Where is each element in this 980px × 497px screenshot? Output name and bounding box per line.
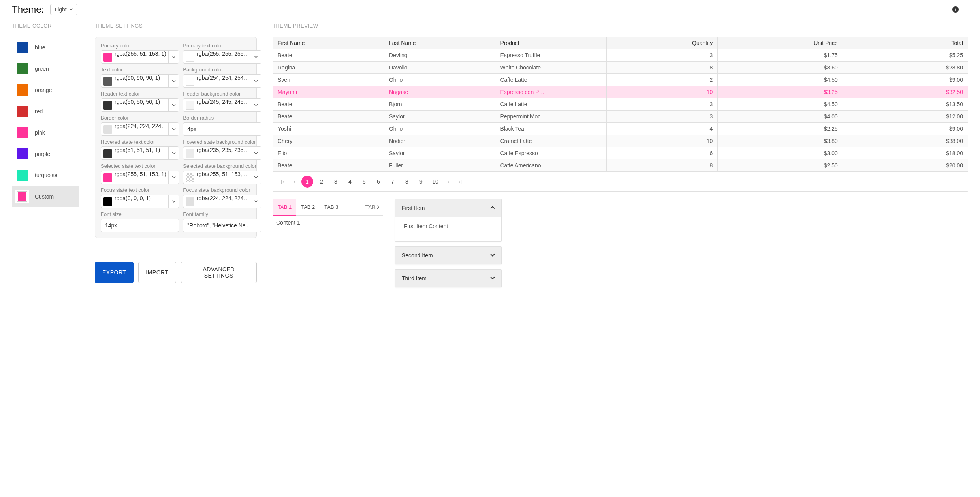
table-row[interactable]: BeateDevlingEspresso Truffle3$1.75$5.25 xyxy=(273,49,968,62)
table-cell: $1.75 xyxy=(718,49,843,62)
pager-last[interactable]: ›I xyxy=(455,178,465,185)
theme-color-item-turquoise[interactable]: turquoise xyxy=(12,165,79,186)
advanced-settings-button[interactable]: ADVANCED SETTINGS xyxy=(181,262,257,283)
table-header[interactable]: First Name xyxy=(273,37,384,49)
table-cell: 3 xyxy=(606,49,717,62)
theme-color-item-purple[interactable]: purple xyxy=(12,143,79,165)
dropdown-button[interactable] xyxy=(168,51,179,63)
pager-page[interactable]: 8 xyxy=(401,176,413,188)
info-icon[interactable]: i xyxy=(952,6,959,13)
dropdown-button[interactable] xyxy=(168,147,179,159)
theme-color-section: THEME COLOR bluegreenorangeredpinkpurple… xyxy=(12,23,79,207)
dropdown-button[interactable] xyxy=(251,51,261,63)
color-value: rgba(255, 255, 255… xyxy=(197,51,250,63)
table-row[interactable]: BeateSaylorPeppermint Moc…3$4.00$12.00 xyxy=(273,111,968,123)
pager-page[interactable]: 3 xyxy=(330,176,342,188)
color-input[interactable]: rgba(255, 51, 153, … xyxy=(183,171,261,184)
color-input[interactable]: rgba(255, 51, 153, 1) xyxy=(101,50,179,64)
color-input[interactable]: rgba(255, 255, 255… xyxy=(183,50,261,64)
dropdown-button[interactable] xyxy=(168,195,179,208)
pager-next[interactable]: › xyxy=(444,178,453,185)
table-row[interactable]: BeateFullerCaffe Americano8$2.50$20.00 xyxy=(273,159,968,172)
tab[interactable]: TAB 1 xyxy=(273,199,296,216)
color-input[interactable]: rgba(245, 245, 245… xyxy=(183,98,261,112)
theme-label: Theme: xyxy=(12,4,44,15)
dropdown-button[interactable] xyxy=(251,171,261,184)
table-header[interactable]: Last Name xyxy=(384,37,495,49)
pager-page[interactable]: 10 xyxy=(429,176,441,188)
color-input[interactable]: rgba(254, 254, 254… xyxy=(183,74,261,88)
color-value: rgba(0, 0, 0, 1) xyxy=(115,195,168,208)
table-header[interactable]: Product xyxy=(495,37,606,49)
tab[interactable]: TAB 2 xyxy=(296,199,320,215)
table-row[interactable]: SvenOhnoCaffe Latte2$4.50$9.00 xyxy=(273,74,968,86)
color-input[interactable]: rgba(235, 235, 235… xyxy=(183,146,261,160)
theme-color-item-orange[interactable]: orange xyxy=(12,79,79,101)
theme-color-list: bluegreenorangeredpinkpurpleturquoiseCus… xyxy=(12,37,79,207)
color-swatch xyxy=(17,191,28,202)
tabs-overflow[interactable]: TAB xyxy=(362,199,383,215)
theme-color-item-custom[interactable]: Custom xyxy=(12,186,79,207)
pager-page[interactable]: 6 xyxy=(372,176,384,188)
export-button[interactable]: EXPORT xyxy=(95,262,134,283)
table-cell: Bjorn xyxy=(384,98,495,111)
table-row[interactable]: BeateBjornCaffe Latte3$4.50$13.50 xyxy=(273,98,968,111)
theme-color-item-green[interactable]: green xyxy=(12,58,79,79)
dropdown-button[interactable] xyxy=(251,75,261,87)
accordion-header[interactable]: Third Item xyxy=(395,270,501,287)
setting-text-input[interactable] xyxy=(101,219,179,232)
color-input[interactable]: rgba(90, 90, 90, 1) xyxy=(101,74,179,88)
color-input[interactable]: rgba(224, 224, 224… xyxy=(101,122,179,136)
table-row[interactable]: MayumiNagaseEspresso con P…10$3.25$32.50 xyxy=(273,86,968,98)
dropdown-button[interactable] xyxy=(251,195,261,208)
setting-field: Primary text colorrgba(255, 255, 255… xyxy=(183,43,261,64)
table-cell: $28.80 xyxy=(843,62,968,74)
theme-color-item-red[interactable]: red xyxy=(12,101,79,122)
table-row[interactable]: YoshiOhnoBlack Tea4$2.25$9.00 xyxy=(273,123,968,135)
pager-page[interactable]: 4 xyxy=(344,176,356,188)
import-button[interactable]: IMPORT xyxy=(138,262,176,283)
color-input[interactable]: rgba(50, 50, 50, 1) xyxy=(101,98,179,112)
theme-color-item-pink[interactable]: pink xyxy=(12,122,79,143)
color-input[interactable]: rgba(0, 0, 0, 1) xyxy=(101,195,179,208)
setting-text-input[interactable] xyxy=(183,219,261,232)
color-input[interactable]: rgba(51, 51, 51, 1) xyxy=(101,146,179,160)
table-cell: 8 xyxy=(606,159,717,172)
table-cell: $2.25 xyxy=(718,123,843,135)
chevron-down-icon xyxy=(254,55,258,59)
table-header[interactable]: Total xyxy=(843,37,968,49)
dropdown-button[interactable] xyxy=(251,147,261,159)
dropdown-button[interactable] xyxy=(168,123,179,135)
theme-color-item-blue[interactable]: blue xyxy=(12,37,79,58)
tab[interactable]: TAB 3 xyxy=(320,199,343,215)
table-row[interactable]: ElioSaylorCaffe Espresso6$3.00$18.00 xyxy=(273,147,968,159)
table-row[interactable]: ReginaDavolioWhite Chocolate…8$3.60$28.8… xyxy=(273,62,968,74)
dropdown-button[interactable] xyxy=(168,99,179,111)
pager-page[interactable]: 5 xyxy=(358,176,370,188)
setting-field: Primary colorrgba(255, 51, 153, 1) xyxy=(101,43,179,64)
pager-prev[interactable]: ‹ xyxy=(290,178,299,185)
pager-first[interactable]: I‹ xyxy=(278,178,287,185)
color-swatch-small xyxy=(186,101,194,110)
table-header[interactable]: Quantity xyxy=(606,37,717,49)
color-value: rgba(50, 50, 50, 1) xyxy=(115,99,168,111)
color-input[interactable]: rgba(224, 224, 224… xyxy=(183,195,261,208)
dropdown-button[interactable] xyxy=(168,75,179,87)
theme-select[interactable]: Light xyxy=(50,4,77,15)
setting-field: Border radius xyxy=(183,115,261,136)
setting-text-input[interactable] xyxy=(183,122,261,136)
pager-page[interactable]: 7 xyxy=(387,176,399,188)
accordion-header[interactable]: First Item xyxy=(395,199,501,217)
color-input[interactable]: rgba(255, 51, 153, 1) xyxy=(101,171,179,184)
tab-content: Content 1 xyxy=(273,216,383,287)
table-row[interactable]: CherylNodierCramel Latte10$3.80$38.00 xyxy=(273,135,968,147)
pager-page[interactable]: 9 xyxy=(415,176,427,188)
table-header[interactable]: Unit Price xyxy=(718,37,843,49)
table-cell: Peppermint Moc… xyxy=(495,111,606,123)
pager-page[interactable]: 1 xyxy=(301,176,313,188)
dropdown-button[interactable] xyxy=(168,171,179,184)
dropdown-button[interactable] xyxy=(251,99,261,111)
color-swatch-small xyxy=(103,77,112,86)
pager-page[interactable]: 2 xyxy=(316,176,327,188)
accordion-header[interactable]: Second Item xyxy=(395,247,501,264)
